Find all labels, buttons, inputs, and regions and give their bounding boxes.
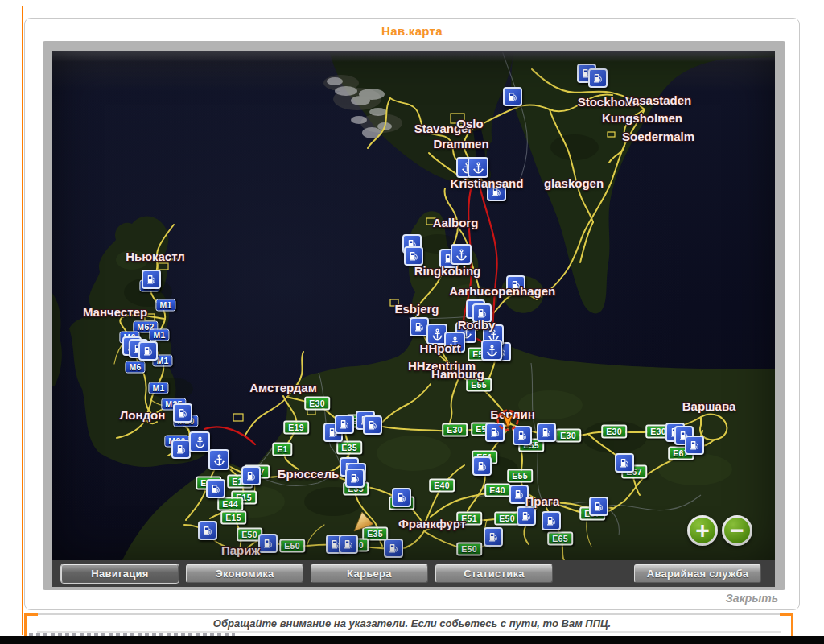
city-label: Drammen	[433, 137, 488, 151]
euro-road-sign: E55	[507, 469, 533, 483]
city-label: Hamburg	[431, 367, 484, 381]
fuel-station-icon	[206, 479, 225, 498]
city-label: Oslo	[456, 117, 483, 130]
euro-road-sign: E40	[484, 484, 510, 497]
fuel-station-icon	[484, 527, 503, 547]
city-label: glaskogen	[544, 176, 604, 190]
euro-road-sign: E30	[555, 429, 581, 443]
city-label: HHport	[420, 341, 461, 355]
toolbar-button-career[interactable]: Карьера	[311, 564, 428, 583]
port-anchor-icon	[189, 431, 210, 452]
city-label: Манчестер	[83, 305, 147, 319]
fuel-station-icon	[198, 521, 217, 540]
fuel-station-icon	[142, 270, 161, 289]
city-label: copenhagen	[484, 284, 555, 298]
toolbar-button-statistics[interactable]: Статистика	[435, 564, 553, 583]
fuel-station-icon	[363, 415, 382, 435]
city-label: Амстердам	[249, 381, 317, 394]
fuel-station-icon	[138, 341, 158, 361]
euro-road-sign: E40	[429, 479, 455, 493]
fuel-station-icon	[685, 436, 704, 455]
euro-road-sign: E30	[442, 423, 468, 437]
zoom-out-button[interactable]: −	[722, 515, 752, 546]
city-label: Франкфурт	[398, 517, 466, 530]
toolbar-button-emergency[interactable]: Аварийная служба	[634, 564, 761, 583]
city-label: Aalborg	[433, 216, 479, 229]
city-label: Vasastaden	[625, 93, 692, 107]
toolbar-button-economy[interactable]: Экономика	[186, 564, 303, 583]
screen-left-orange-edge	[22, 6, 23, 635]
fuel-station-icon	[345, 469, 365, 488]
fuel-station-icon	[258, 534, 278, 553]
city-label: Rodby	[458, 318, 496, 332]
uk-road-sign: M1	[155, 299, 175, 312]
euro-road-sign: E35	[336, 441, 362, 455]
navigation-map[interactable]: StockholmVasastadenKungsholmenSoedermalm…	[52, 51, 775, 560]
uk-road-sign: M6	[125, 361, 145, 374]
toolbar-button-navigation[interactable]: Навигация	[61, 564, 179, 583]
city-label: Париж	[221, 543, 260, 557]
nav-map-window: Нав.карта	[24, 18, 800, 610]
fuel-station-icon	[404, 246, 423, 266]
uk-road-sign: M1	[148, 382, 168, 394]
window-title: Нав.карта	[25, 24, 799, 38]
euro-road-sign: E19	[283, 421, 309, 435]
fuel-station-icon	[503, 87, 522, 106]
fuel-station-icon	[339, 535, 358, 554]
hint-box-right-bracket	[780, 613, 793, 636]
hint-box-left-bracket	[24, 613, 38, 636]
city-label: Soedermalm	[622, 130, 694, 143]
fuel-station-icon	[472, 456, 492, 476]
fuel-station-icon	[241, 466, 261, 485]
zoom-in-button[interactable]: +	[687, 515, 718, 546]
fuel-station-icon	[171, 440, 191, 459]
fuel-station-icon	[384, 539, 403, 558]
uk-road-sign: M1	[149, 329, 169, 341]
fuel-station-icon	[537, 423, 556, 442]
city-label: Esbjerg	[394, 302, 439, 316]
map-cursor-arrow	[352, 511, 375, 532]
city-label: Брюссель	[278, 467, 339, 481]
port-anchor-icon	[481, 340, 502, 361]
port-anchor-icon	[208, 449, 229, 470]
fuel-station-icon	[392, 488, 411, 507]
fuel-station-icon	[335, 415, 354, 434]
euro-road-sign: E65	[547, 532, 573, 546]
city-label: Kristiansand	[451, 176, 524, 190]
hint-box-top-line	[37, 613, 781, 615]
euro-road-sign: E1	[272, 443, 292, 456]
map-panel: StockholmVasastadenKungsholmenSoedermalm…	[43, 41, 785, 590]
fuel-station-icon	[589, 497, 608, 516]
euro-road-sign: E30	[304, 397, 330, 411]
hint-text: Обращайте внимание на указатели. Если со…	[0, 617, 824, 630]
city-label: Варшава	[682, 399, 736, 413]
fuel-station-icon	[173, 403, 192, 423]
fuel-station-icon	[588, 68, 608, 88]
euro-road-sign: E50	[279, 539, 305, 553]
euro-road-sign: E50	[456, 543, 482, 556]
city-label: Kungsholmen	[602, 111, 682, 125]
city-label: Ньюкастл	[126, 250, 185, 263]
city-label: Прага	[525, 494, 560, 508]
bottom-black-bar	[0, 636, 824, 644]
fuel-station-icon	[615, 453, 634, 473]
euro-road-sign: E30	[601, 425, 627, 439]
port-anchor-icon	[451, 244, 472, 265]
port-anchor-icon	[468, 157, 488, 178]
euro-road-sign: E44	[217, 497, 243, 511]
close-button[interactable]: Закрыть	[726, 592, 778, 605]
euro-road-sign: E15	[220, 511, 246, 525]
player-position-marker	[495, 407, 521, 433]
toolbar: НавигацияЭкономикаКарьераСтатистика Авар…	[52, 560, 775, 587]
fuel-station-icon	[517, 506, 536, 526]
fuel-station-icon	[542, 511, 561, 530]
city-label: Ringkobing	[414, 264, 481, 278]
city-label: Лондон	[120, 408, 166, 422]
